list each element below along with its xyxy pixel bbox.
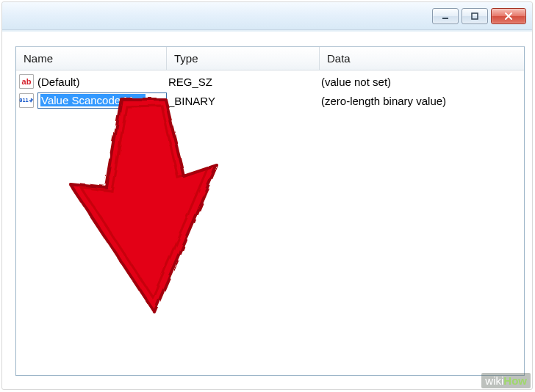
table-header: Name Type Data [16, 47, 524, 70]
reg-string-icon [19, 74, 34, 89]
svg-rect-0 [442, 18, 448, 19]
window-frame: Name Type Data (Default) REG_SZ (value n… [1, 1, 533, 390]
cell-data: (value not set) [320, 76, 524, 88]
close-button[interactable] [491, 8, 526, 24]
column-header-name[interactable]: Name [16, 47, 167, 70]
column-header-type[interactable]: Type [167, 47, 320, 70]
column-header-data[interactable]: Data [320, 47, 524, 70]
cell-type: _BINARY [167, 95, 320, 107]
watermark-wiki: wiki [485, 374, 503, 387]
table-body: (Default) REG_SZ (value not set) Value S… [16, 70, 524, 110]
title-bar [2, 2, 532, 30]
watermark-how: How [503, 374, 527, 387]
cell-data: (zero-length binary value) [320, 95, 524, 107]
table-row[interactable]: (Default) REG_SZ (value not set) [16, 72, 524, 91]
reg-binary-icon [19, 93, 34, 108]
table-row[interactable]: Value Scancode Map _BINARY (zero-length … [16, 91, 524, 110]
watermark: wikiHow [481, 373, 531, 388]
value-name-label: (Default) [37, 76, 80, 88]
svg-rect-1 [472, 13, 478, 19]
minimize-button[interactable] [432, 8, 459, 24]
maximize-button[interactable] [462, 8, 488, 24]
minimize-icon [441, 12, 450, 21]
cell-name: Value Scancode Map [16, 92, 167, 109]
registry-list-panel: Name Type Data (Default) REG_SZ (value n… [15, 46, 525, 376]
rename-input[interactable]: Value Scancode Map [37, 92, 167, 109]
cell-name: (Default) [16, 74, 167, 89]
cell-type: REG_SZ [167, 76, 320, 88]
close-icon [503, 12, 514, 21]
maximize-icon [470, 12, 479, 21]
